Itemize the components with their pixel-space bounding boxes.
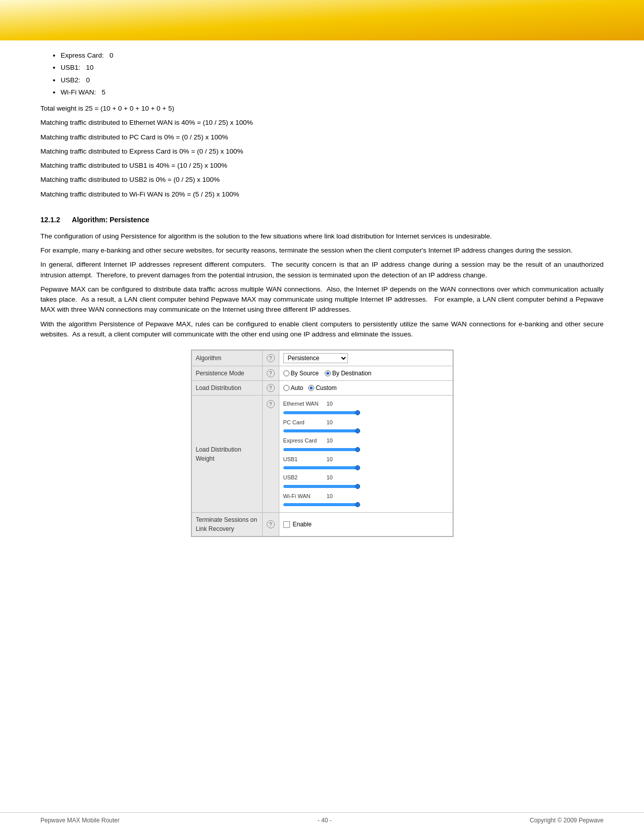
table-row-persistence-mode: Persistence Mode ? By Source <box>191 366 453 381</box>
dist-line5: Matching traffic distributed to USB2 is … <box>40 175 604 185</box>
slider-thumb-expresscard[interactable] <box>355 447 360 452</box>
algorithm-select[interactable]: Persistence Weighted Balance <box>283 353 348 363</box>
body-para-5: With the algorithm Persistence of Pepwav… <box>40 319 604 340</box>
slider-track-usb1[interactable] <box>283 466 359 469</box>
radio-by-destination[interactable]: By Destination <box>325 369 371 378</box>
body-para-2: For example, many e-banking and other se… <box>40 246 604 256</box>
radio-custom[interactable]: Custom <box>308 383 336 393</box>
terminate-label: Enable <box>293 520 312 529</box>
weight-row-pccard: PC Card 10 <box>283 418 449 427</box>
weight-row-wifiwan: Wi-Fi WAN 10 <box>283 492 449 501</box>
page-wrapper: Express Card: 0 USB1: 10 USB2: 0 Wi-Fi W… <box>0 0 644 834</box>
radio-circle-destination[interactable] <box>325 370 331 376</box>
weight-value-usb2: 10 <box>327 473 333 482</box>
weight-row-usb2: USB2 10 <box>283 473 449 482</box>
label-terminate: Terminate Sessions on Link Recovery <box>191 513 262 536</box>
footer-left: Pepwave MAX Mobile Router <box>40 817 120 824</box>
bullet-label: USB2: 0 <box>61 76 90 84</box>
slider-track-usb2[interactable] <box>283 485 359 488</box>
help-load-distribution[interactable]: ? <box>262 381 279 396</box>
weight-label-wifiwan: Wi-Fi WAN <box>283 492 324 501</box>
config-table-wrapper: Algorithm ? Persistence Weighted Balance <box>191 350 454 537</box>
weight-label-text: Load DistributionWeight <box>196 446 241 462</box>
weight-label-expresscard: Express Card <box>283 436 324 445</box>
value-algorithm: Persistence Weighted Balance <box>279 351 453 366</box>
body-para-4: Pepwave MAX can be configured to distrib… <box>40 284 604 315</box>
radio-auto[interactable]: Auto <box>283 383 304 393</box>
radio-label-destination: By Destination <box>332 369 371 378</box>
label-persistence-mode: Persistence Mode <box>191 366 262 381</box>
slider-thumb-pccard[interactable] <box>355 428 360 433</box>
table-row-load-distribution: Load Distribution ? Auto <box>191 381 453 396</box>
weight-row-ethernet: Ethernet WAN 10 <box>283 400 449 408</box>
help-icon-load-dist[interactable]: ? <box>267 384 275 392</box>
bullet-label: Express Card: 0 <box>61 52 113 59</box>
dist-line1: Matching traffic distributed to Ethernet… <box>40 118 604 128</box>
body-para-1: The configuration of using Persistence f… <box>40 231 604 241</box>
weight-label-usb1: USB1 <box>283 455 324 464</box>
bullet-list: Express Card: 0 USB1: 10 USB2: 0 Wi-Fi W… <box>61 51 604 97</box>
bullet-label: Wi-Fi WAN: 5 <box>61 88 106 96</box>
body-para-3: In general, different Internet IP addres… <box>40 260 604 280</box>
radio-label-source: By Source <box>291 369 319 378</box>
radio-circle-source[interactable] <box>283 370 289 376</box>
help-persistence-mode[interactable]: ? <box>262 366 279 381</box>
label-weight: Load DistributionWeight <box>191 396 262 513</box>
help-terminate[interactable]: ? <box>262 513 279 536</box>
weight-label-usb2: USB2 <box>283 473 324 482</box>
config-table: Algorithm ? Persistence Weighted Balance <box>191 350 453 536</box>
help-icon-algorithm[interactable]: ? <box>267 354 275 362</box>
slider-track-pccard[interactable] <box>283 429 359 432</box>
section-title: Algorithm: Persistence <box>72 216 149 224</box>
list-item: Express Card: 0 <box>61 51 604 61</box>
footer-center: - 40 - <box>318 817 332 824</box>
terminate-checkbox[interactable] <box>283 521 290 528</box>
list-item: USB1: 10 <box>61 63 604 73</box>
radio-circle-custom[interactable] <box>308 385 314 391</box>
weight-value-ethernet: 10 <box>327 400 333 408</box>
weight-value-usb1: 10 <box>327 455 333 464</box>
value-load-distribution: Auto Custom <box>279 381 453 396</box>
help-icon-terminate[interactable]: ? <box>267 520 275 528</box>
dist-line2: Matching traffic distributed to PC Card … <box>40 132 604 142</box>
radio-label-auto: Auto <box>291 383 304 393</box>
slider-thumb-usb2[interactable] <box>355 484 360 489</box>
weight-row-usb1: USB1 10 <box>283 455 449 464</box>
radio-circle-auto[interactable] <box>283 385 289 391</box>
slider-thumb-wifiwan[interactable] <box>355 502 360 507</box>
value-terminate: Enable <box>279 513 453 536</box>
weight-value-expresscard: 10 <box>327 436 333 445</box>
slider-track-ethernet[interactable] <box>283 411 359 414</box>
dist-line6: Matching traffic distributed to Wi-Fi WA… <box>40 189 604 200</box>
section-number: 12.1.2 <box>40 216 60 224</box>
content-area: Express Card: 0 USB1: 10 USB2: 0 Wi-Fi W… <box>0 40 644 587</box>
footer: Pepwave MAX Mobile Router - 40 - Copyrig… <box>0 812 644 824</box>
table-row-weight: Load DistributionWeight ? Ethernet WAN 1… <box>191 396 453 513</box>
table-row-terminate: Terminate Sessions on Link Recovery ? En… <box>191 513 453 536</box>
slider-thumb-usb1[interactable] <box>355 465 360 470</box>
footer-right: Copyright © 2009 Pepwave <box>530 817 604 824</box>
table-row-algorithm: Algorithm ? Persistence Weighted Balance <box>191 351 453 366</box>
dist-line4: Matching traffic distributed to USB1 is … <box>40 161 604 171</box>
weight-value-wifiwan: 10 <box>327 492 333 501</box>
bullet-label: USB1: 10 <box>61 64 93 71</box>
slider-track-expresscard[interactable] <box>283 448 359 451</box>
value-persistence-mode: By Source By Destination <box>279 366 453 381</box>
value-weight: Ethernet WAN 10 PC Card 10 <box>279 396 453 513</box>
help-algorithm[interactable]: ? <box>262 351 279 366</box>
terminate-row: Enable <box>283 520 449 529</box>
slider-thumb-ethernet[interactable] <box>355 410 360 415</box>
help-weight[interactable]: ? <box>262 396 279 513</box>
list-item: Wi-Fi WAN: 5 <box>61 87 604 97</box>
persistence-mode-radio-group: By Source By Destination <box>283 369 449 378</box>
weight-label-ethernet: Ethernet WAN <box>283 400 324 408</box>
top-banner <box>0 0 644 40</box>
weight-value-pccard: 10 <box>327 418 333 427</box>
total-weight-text: Total weight is 25 = (10 + 0 + 0 + 10 + … <box>40 104 604 114</box>
help-icon-weight[interactable]: ? <box>267 400 275 408</box>
slider-track-wifiwan[interactable] <box>283 503 359 506</box>
help-icon-persistence[interactable]: ? <box>267 369 275 377</box>
weight-row-expresscard: Express Card 10 <box>283 436 449 445</box>
radio-by-source[interactable]: By Source <box>283 369 319 378</box>
label-algorithm: Algorithm <box>191 351 262 366</box>
